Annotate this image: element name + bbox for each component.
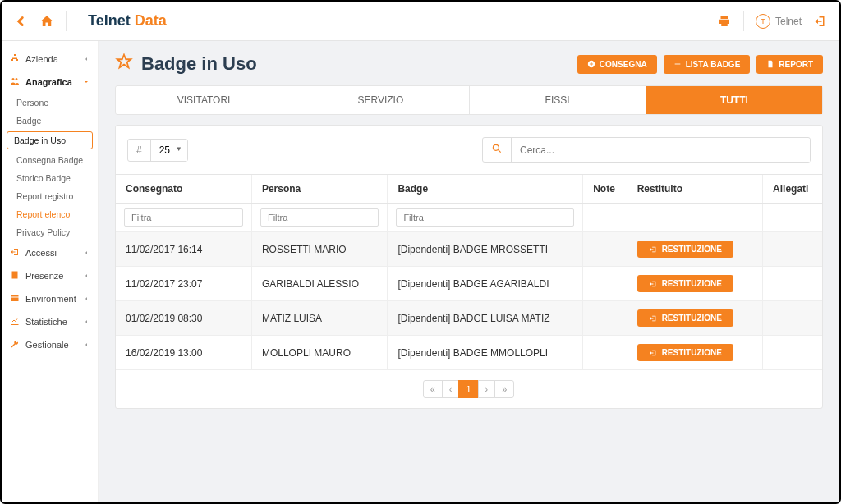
tab-visitatori[interactable]: VISITATORI <box>116 86 292 114</box>
sidebar-sub-report-registro[interactable]: Report registro <box>2 187 98 205</box>
home-icon[interactable] <box>39 14 54 29</box>
sidebar-item-label: Environment <box>25 294 76 304</box>
sidebar-item-anagrafica[interactable]: Anagrafica <box>2 71 98 94</box>
lista-badge-button[interactable]: LISTA BADGE <box>664 55 751 74</box>
cell-restituito: RESTITUZIONE <box>627 301 762 336</box>
search-input[interactable] <box>512 139 810 162</box>
cell-consegnato: 16/02/2019 13:00 <box>116 336 251 370</box>
login-icon <box>10 247 20 259</box>
cell-persona: ROSSETTI MARIO <box>251 232 387 267</box>
cell-restituito: RESTITUZIONE <box>627 267 762 301</box>
table-row: 01/02/2019 08:30MATIZ LUISA[Dipendenti] … <box>116 301 822 336</box>
cell-badge: [Dipendenti] BADGE AGARIBALDI <box>388 267 583 301</box>
sidebar-item-label: Anagrafica <box>25 77 72 87</box>
table-row: 11/02/2017 23:07GARIBALDI ALESSIO[Dipend… <box>116 267 822 301</box>
user-menu[interactable]: T Telnet <box>756 14 802 29</box>
sidebar-sub-consegna-badge[interactable]: Consegna Badge <box>2 151 98 169</box>
cell-consegnato: 11/02/2017 16:14 <box>116 232 251 267</box>
sidebar-item-label: Presenze <box>25 271 63 281</box>
sidebar: Azienda Anagrafica Persone Badge Badge i… <box>2 41 99 502</box>
report-button[interactable]: REPORT <box>756 55 823 74</box>
table-row: 11/02/2017 16:14ROSSETTI MARIO[Dipendent… <box>116 232 822 267</box>
star-icon[interactable] <box>115 53 133 76</box>
col-persona[interactable]: Persona <box>251 175 387 204</box>
sidebar-item-presenze[interactable]: Presenze <box>2 264 98 287</box>
chevron-left-icon <box>83 317 90 327</box>
table-row: 16/02/2019 13:00MOLLOPLI MAURO[Dipendent… <box>116 336 822 370</box>
sidebar-sub-storico-badge[interactable]: Storico Badge <box>2 169 98 187</box>
logout-icon[interactable] <box>813 14 828 29</box>
chevron-left-icon <box>83 271 90 281</box>
sidebar-item-statistiche[interactable]: Statistiche <box>2 310 98 333</box>
sidebar-item-azienda[interactable]: Azienda <box>2 48 98 71</box>
cell-consegnato: 11/02/2017 23:07 <box>116 267 251 301</box>
col-badge[interactable]: Badge <box>388 175 583 204</box>
server-icon <box>10 293 20 305</box>
chevron-left-icon <box>83 248 90 258</box>
sitemap-icon <box>10 53 20 65</box>
page-size-selector: # 25 <box>127 139 188 162</box>
page-size-select[interactable]: 25 <box>151 140 187 161</box>
sidebar-item-label: Statistiche <box>25 317 67 327</box>
col-restituito[interactable]: Restituito <box>627 175 762 204</box>
chevron-left-icon <box>83 340 90 350</box>
cell-restituito: RESTITUZIONE <box>627 232 762 267</box>
col-note[interactable]: Note <box>583 175 627 204</box>
svg-point-1 <box>493 144 499 150</box>
sidebar-item-accessi[interactable]: Accessi <box>2 241 98 264</box>
page-first[interactable]: « <box>423 380 443 398</box>
user-avatar: T <box>756 14 770 29</box>
cell-note <box>583 336 627 370</box>
filter-persona[interactable] <box>260 208 379 227</box>
badge-table: Consegnato Persona Badge Note Restituito… <box>116 174 822 370</box>
chevron-down-icon <box>83 77 90 87</box>
filter-badge[interactable] <box>396 208 574 227</box>
sidebar-sub-persone[interactable]: Persone <box>2 94 98 112</box>
cell-note <box>583 267 627 301</box>
page-prev[interactable]: ‹ <box>442 380 460 398</box>
building-icon <box>10 270 20 282</box>
consegna-button[interactable]: CONSEGNA <box>577 55 657 74</box>
cell-persona: MOLLOPLI MAURO <box>251 336 387 370</box>
cell-note <box>583 232 627 267</box>
search-icon <box>483 138 512 162</box>
restituzione-button[interactable]: RESTITUZIONE <box>637 241 733 258</box>
back-icon[interactable] <box>13 14 28 29</box>
restituzione-button[interactable]: RESTITUZIONE <box>637 309 733 327</box>
cell-persona: MATIZ LUISA <box>251 301 387 336</box>
cell-badge: [Dipendenti] BADGE LUISA MATIZ <box>388 301 583 336</box>
cell-badge: [Dipendenti] BADGE MROSSETTI <box>388 232 583 267</box>
tab-servizio[interactable]: SERVIZIO <box>292 86 469 114</box>
sidebar-item-gestionale[interactable]: Gestionale <box>2 333 98 356</box>
col-allegati[interactable]: Allegati <box>763 175 822 204</box>
users-icon <box>10 76 20 88</box>
page-1[interactable]: 1 <box>458 380 478 398</box>
sidebar-sub-report-elenco[interactable]: Report elenco <box>2 205 98 223</box>
col-consegnato[interactable]: Consegnato <box>116 175 251 204</box>
restituzione-button[interactable]: RESTITUZIONE <box>637 344 733 361</box>
sidebar-item-environment[interactable]: Environment <box>2 287 98 310</box>
cell-consegnato: 01/02/2019 08:30 <box>116 301 251 336</box>
cell-restituito: RESTITUZIONE <box>627 336 762 370</box>
cell-allegati <box>763 301 822 336</box>
page-next[interactable]: › <box>478 380 496 398</box>
tab-tutti[interactable]: TUTTI <box>646 86 822 114</box>
logo: Telnet Data <box>88 12 167 30</box>
sidebar-item-label: Azienda <box>25 54 58 64</box>
filter-consegnato[interactable] <box>124 208 243 227</box>
divider <box>66 11 67 31</box>
cell-badge: [Dipendenti] BADGE MMOLLOPLI <box>388 336 583 370</box>
tab-fissi[interactable]: FISSI <box>470 86 646 114</box>
wrench-icon <box>10 339 20 351</box>
chevron-left-icon <box>83 294 90 304</box>
sidebar-item-label: Gestionale <box>25 340 69 350</box>
page-last[interactable]: » <box>494 380 514 398</box>
tabs: VISITATORI SERVIZIO FISSI TUTTI <box>116 86 822 114</box>
sidebar-sub-badge-in-uso[interactable]: Badge in Uso <box>7 131 93 149</box>
restituzione-button[interactable]: RESTITUZIONE <box>637 275 733 292</box>
user-label: Telnet <box>775 16 802 27</box>
sidebar-sub-badge[interactable]: Badge <box>2 112 98 130</box>
print-icon[interactable] <box>717 14 732 29</box>
cell-note <box>583 301 627 336</box>
sidebar-sub-privacy-policy[interactable]: Privacy Policy <box>2 223 98 241</box>
